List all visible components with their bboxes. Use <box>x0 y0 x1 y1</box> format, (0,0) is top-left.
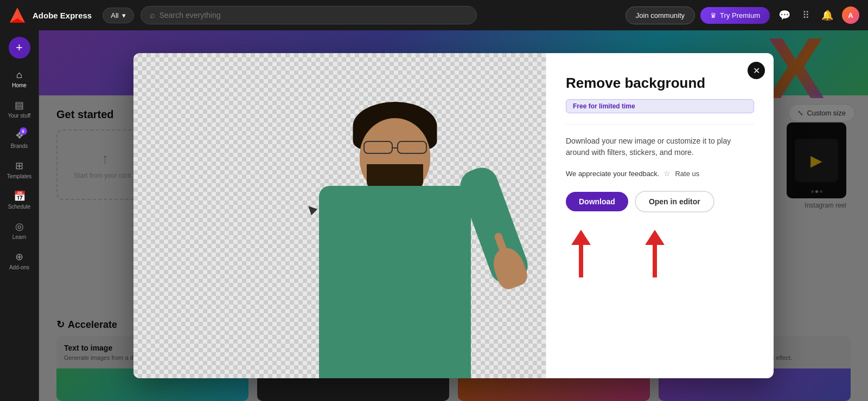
rate-us-label[interactable]: Rate us <box>675 170 699 178</box>
search-bar: ⌕ <box>141 6 477 24</box>
apps-icon[interactable]: ⠿ <box>799 7 813 23</box>
finger <box>493 232 508 255</box>
arrow-shaft-download <box>579 245 583 277</box>
sidebar-item-schedule[interactable]: 📅 Schedule <box>2 186 37 214</box>
person-figure <box>303 91 487 378</box>
nav-actions: Join community ♛ Try Premium 💬 ⠿ 🔔 A <box>626 7 859 24</box>
sidebar-item-templates[interactable]: ⊞ Templates <box>2 156 37 184</box>
crown-icon: ♛ <box>710 11 717 20</box>
star-icon: ☆ <box>663 169 671 178</box>
glasses-right <box>397 141 427 154</box>
modal-image-panel <box>133 53 546 378</box>
modal-overlay: ✕ <box>39 30 868 401</box>
remove-background-modal: ✕ <box>133 53 774 378</box>
sidebar-item-home[interactable]: ⌂ Home <box>2 65 37 93</box>
sidebar-item-learn[interactable]: ◎ Learn <box>2 216 37 244</box>
modal-title: Remove background <box>566 75 754 92</box>
schedule-icon: 📅 <box>14 190 25 202</box>
sidebar-item-addons[interactable]: ⊕ Add-ons <box>2 247 37 275</box>
person-face <box>360 118 430 194</box>
adobe-logo-icon <box>9 7 26 24</box>
avatar[interactable]: A <box>842 7 859 24</box>
person-body <box>319 186 471 378</box>
home-icon: ⌂ <box>16 69 22 81</box>
sidebar: + ⌂ Home ▤ Your stuff ❖ ♛ Brands ⊞ Templ… <box>0 30 39 401</box>
red-arrow-editor <box>645 230 665 277</box>
try-premium-button[interactable]: ♛ Try Premium <box>700 7 770 24</box>
arrow-head-download <box>571 230 591 245</box>
premium-badge-icon: ♛ <box>20 127 27 135</box>
arrow-head-editor <box>645 230 665 245</box>
arrows-container <box>566 230 754 277</box>
glasses-left <box>363 141 393 154</box>
chat-icon[interactable]: 💬 <box>775 7 794 23</box>
sidebar-item-your-stuff[interactable]: ▤ Your stuff <box>2 95 37 123</box>
glasses-bridge <box>393 147 397 148</box>
action-buttons: Download Open in editor <box>566 191 754 212</box>
notifications-icon[interactable]: 🔔 <box>818 7 837 23</box>
modal-info-panel: Remove background Free for limited time … <box>546 53 774 378</box>
learn-icon: ◎ <box>15 221 24 232</box>
feedback-text: We appreciate your feedback. <box>566 170 659 178</box>
feedback-row: We appreciate your feedback. ☆ Rate us <box>566 169 754 178</box>
brand-icon: ❖ ♛ <box>15 130 24 141</box>
main-layout: + ⌂ Home ▤ Your stuff ❖ ♛ Brands ⊞ Templ… <box>0 30 868 401</box>
sidebar-item-brands[interactable]: ❖ ♛ Brands <box>2 125 37 153</box>
close-button[interactable]: ✕ <box>748 62 765 79</box>
create-new-button[interactable]: + <box>9 37 30 59</box>
grid-icon: ▤ <box>15 99 24 111</box>
arrow-shaft-editor <box>653 245 657 277</box>
modal-description: Download your new image or customize it … <box>566 135 754 158</box>
filter-dropdown[interactable]: All ▾ <box>103 8 133 23</box>
top-navigation: Adobe Express All ▾ ⌕ Join community ♛ T… <box>0 0 868 30</box>
join-community-button[interactable]: Join community <box>626 7 695 24</box>
premium-label: Try Premium <box>720 11 760 20</box>
search-input[interactable] <box>159 11 468 20</box>
red-arrow-download <box>571 230 591 277</box>
divider <box>566 124 754 125</box>
templates-icon: ⊞ <box>15 160 23 172</box>
search-icon: ⌕ <box>150 10 155 20</box>
chevron-down-icon: ▾ <box>122 11 126 20</box>
app-name-label: Adobe Express <box>33 11 92 20</box>
addons-icon: ⊕ <box>15 251 23 263</box>
dropdown-label: All <box>111 11 118 20</box>
download-button[interactable]: Download <box>566 192 628 211</box>
open-in-editor-button[interactable]: Open in editor <box>635 191 714 212</box>
main-content: X Get started ↑ Start from your cont... … <box>39 30 868 401</box>
free-badge: Free for limited time <box>566 99 754 113</box>
